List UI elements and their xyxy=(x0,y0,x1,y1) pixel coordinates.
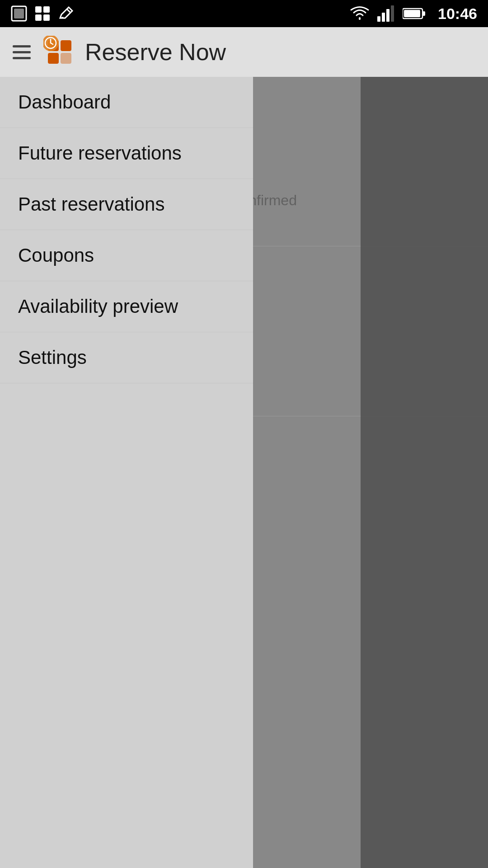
svg-rect-1 xyxy=(14,9,24,19)
status-bar: 10:46 xyxy=(0,0,488,27)
calendar-icon xyxy=(34,5,51,22)
status-time: 10:46 xyxy=(438,5,477,23)
menu-button[interactable] xyxy=(9,42,34,63)
menu-bar-2 xyxy=(13,51,31,53)
sidebar-item-settings[interactable]: Settings xyxy=(0,332,253,383)
screenshot-icon xyxy=(11,5,27,22)
edit-icon xyxy=(58,5,74,22)
menu-bar-1 xyxy=(13,45,31,47)
svg-line-6 xyxy=(67,9,70,13)
svg-rect-11 xyxy=(391,5,394,22)
battery-icon xyxy=(403,7,426,20)
sidebar-drawer: Dashboard Future reservations Past reser… xyxy=(0,77,253,868)
sidebar-item-coupons[interactable]: Coupons xyxy=(0,230,253,281)
sidebar-item-availability-preview[interactable]: Availability preview xyxy=(0,281,253,332)
sidebar-item-dashboard[interactable]: Dashboard xyxy=(0,77,253,128)
svg-rect-17 xyxy=(48,53,59,64)
svg-rect-5 xyxy=(43,14,50,21)
menu-bar-3 xyxy=(13,57,31,59)
svg-rect-18 xyxy=(61,53,71,64)
main-container: Reservation ID: R1373922 Vacation home: … xyxy=(0,77,488,868)
app-logo xyxy=(43,36,76,68)
svg-rect-8 xyxy=(377,16,380,22)
svg-rect-10 xyxy=(386,9,389,22)
svg-rect-13 xyxy=(422,11,425,16)
svg-rect-2 xyxy=(35,6,42,13)
wifi-icon xyxy=(350,5,369,22)
app-title: Reserve Now xyxy=(85,38,226,66)
drawer-overlay xyxy=(361,77,488,868)
logo-svg xyxy=(43,36,76,68)
svg-rect-4 xyxy=(35,14,42,21)
svg-rect-9 xyxy=(382,13,385,22)
app-header: Reserve Now xyxy=(0,27,488,77)
signal-icon xyxy=(377,5,394,22)
sidebar-item-future-reservations[interactable]: Future reservations xyxy=(0,128,253,179)
svg-rect-14 xyxy=(404,10,420,17)
status-left-icons xyxy=(11,5,74,22)
sidebar-item-past-reservations[interactable]: Past reservations xyxy=(0,179,253,230)
status-right-icons: 10:46 xyxy=(350,5,477,23)
svg-rect-3 xyxy=(43,6,50,13)
svg-rect-16 xyxy=(61,40,71,51)
